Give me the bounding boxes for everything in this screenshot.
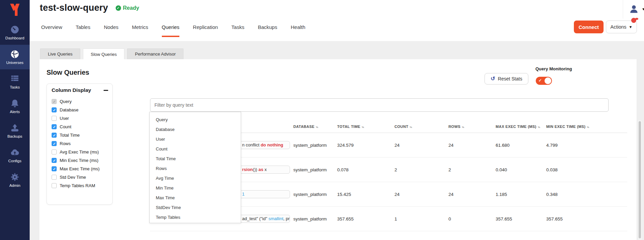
- cell-min: 0.348: [546, 192, 627, 197]
- column-checkbox-user[interactable]: User: [52, 114, 109, 123]
- cell-total_time: 15.425: [337, 192, 394, 197]
- dropdown-item-min-time[interactable]: Min Time: [150, 183, 241, 193]
- dropdown-item-rows[interactable]: Rows: [150, 164, 241, 173]
- sidebar-item-backups[interactable]: Backups: [0, 118, 30, 143]
- checkbox-icon[interactable]: [52, 183, 57, 188]
- cell-max: 61.680: [496, 143, 546, 148]
- column-checkbox-temp-tables-ram[interactable]: Temp Tables RAM: [52, 181, 109, 190]
- sort-arrows-icon[interactable]: ▾▴: [538, 126, 540, 129]
- subtab-slow-queries[interactable]: Slow Queries: [83, 48, 124, 60]
- reset-icon: ↺: [491, 76, 495, 81]
- sidebar-item-label: Alerts: [10, 110, 20, 114]
- sidebar-item-admin[interactable]: Admin: [0, 168, 30, 192]
- checkbox-icon[interactable]: [52, 175, 57, 180]
- tab-replication[interactable]: Replication: [193, 24, 218, 37]
- column-checkbox-total-time[interactable]: Total Time: [52, 131, 109, 139]
- sort-arrows-icon[interactable]: ▾▴: [462, 126, 464, 129]
- dropdown-item-query[interactable]: Query: [150, 115, 241, 125]
- tab-backups[interactable]: Backups: [258, 24, 277, 37]
- dropdown-item-stddev-time[interactable]: StdDev Time: [150, 203, 241, 212]
- cell-min: 0.038: [546, 167, 627, 172]
- column-checkbox-count[interactable]: Count: [52, 123, 109, 131]
- chevron-down-icon: ▼: [629, 25, 633, 29]
- queries-page: Live QueriesSlow QueriesPerformance Advi…: [30, 41, 644, 240]
- sidebar-item-alerts[interactable]: Alerts: [0, 94, 30, 118]
- checkbox-icon[interactable]: [52, 158, 57, 163]
- tab-tables[interactable]: Tables: [76, 24, 90, 37]
- sidebar-item-configs[interactable]: Configs: [0, 143, 30, 168]
- actions-notification-dot: [631, 18, 636, 23]
- query-monitoring-toggle[interactable]: ✓: [536, 77, 552, 85]
- checkbox-label: Max Exec Time (ms): [60, 166, 99, 171]
- checkbox-label: Database: [60, 107, 79, 112]
- column-header-max-exec-time-ms-[interactable]: MAX EXEC TIME (MS)▾▴: [496, 125, 546, 129]
- tab-overview[interactable]: Overview: [41, 24, 62, 37]
- bell-icon: [10, 99, 19, 108]
- column-checkbox-std-dev-time[interactable]: Std Dev Time: [52, 173, 109, 181]
- dropdown-item-max-time[interactable]: Max Time: [150, 193, 241, 203]
- sidebar-item-dashboard[interactable]: Dashboard: [0, 20, 30, 45]
- cell-rows: 24: [448, 192, 496, 197]
- checkbox-label: Min Exec Time (ms): [60, 158, 98, 163]
- column-header-count[interactable]: COUNT▾▴: [394, 125, 448, 129]
- connect-button[interactable]: Connect: [574, 21, 604, 33]
- subtab-live-queries[interactable]: Live Queries: [40, 48, 80, 59]
- column-checkbox-rows[interactable]: Rows: [52, 139, 109, 148]
- tab-metrics[interactable]: Metrics: [132, 24, 148, 37]
- tab-tasks[interactable]: Tasks: [231, 24, 244, 37]
- checkbox-label: User: [60, 116, 69, 121]
- dropdown-item-database[interactable]: Database: [150, 125, 241, 134]
- list-icon: [10, 74, 19, 83]
- checkbox-label: Count: [60, 124, 71, 129]
- reset-stats-button[interactable]: ↺ Reset Stats: [485, 73, 528, 84]
- cell-rows: 2: [448, 167, 496, 172]
- user-menu[interactable]: ▼: [629, 4, 644, 14]
- gauge-icon: [10, 25, 19, 34]
- tab-queries[interactable]: Queries: [162, 24, 180, 37]
- sidebar-item-label: Universes: [6, 61, 23, 65]
- dropdown-item-count[interactable]: Count: [150, 144, 241, 154]
- scrollbar-thumb[interactable]: [639, 121, 641, 238]
- checkbox-icon[interactable]: [52, 107, 57, 112]
- checkbox-icon[interactable]: [52, 149, 57, 155]
- column-checkbox-database[interactable]: Database: [52, 106, 109, 114]
- ready-check-icon: ✓: [116, 5, 121, 11]
- sort-arrows-icon[interactable]: ▾▴: [316, 126, 318, 129]
- page-title: Slow Queries: [47, 69, 89, 76]
- sort-arrows-icon[interactable]: ▾▴: [410, 126, 412, 129]
- column-header-database[interactable]: DATABASE▾▴: [293, 125, 337, 129]
- subtab-performance-advisor[interactable]: Performance Advisor: [127, 48, 183, 59]
- checkbox-icon[interactable]: [52, 166, 57, 171]
- checkbox-icon[interactable]: [52, 124, 57, 129]
- cloud-up-icon: [10, 148, 19, 157]
- column-checkbox-avg-exec-time-ms-[interactable]: Avg Exec Time (ms): [52, 148, 109, 156]
- header-divider: [623, 0, 623, 19]
- yugabyte-logo-icon[interactable]: [0, 2, 30, 18]
- dropdown-item-total-time[interactable]: Total Time: [150, 154, 241, 164]
- tab-health[interactable]: Health: [291, 24, 305, 37]
- column-checkbox-max-exec-time-ms-[interactable]: Max Exec Time (ms): [52, 165, 109, 173]
- checkbox-icon[interactable]: [52, 141, 57, 146]
- query-subtabs: Live QueriesSlow QueriesPerformance Advi…: [30, 48, 186, 59]
- dropdown-item-user[interactable]: User: [150, 134, 241, 144]
- collapse-icon[interactable]: [104, 90, 108, 91]
- dropdown-item-avg-time[interactable]: Avg Time: [150, 173, 241, 183]
- column-header-rows[interactable]: ROWS▾▴: [448, 125, 496, 129]
- column-checkbox-min-exec-time-ms-[interactable]: Min Exec Time (ms): [52, 156, 109, 165]
- sort-arrows-icon[interactable]: ▾▴: [362, 126, 364, 129]
- scrollbar-track[interactable]: [638, 121, 642, 240]
- dropdown-item-temp-tables[interactable]: Temp Tables: [150, 212, 241, 222]
- sidebar-item-universes[interactable]: Universes: [0, 45, 30, 69]
- tab-nodes[interactable]: Nodes: [104, 24, 118, 37]
- column-header-min-exec-time-ms-[interactable]: MIN EXEC TIME (MS)▾▴: [546, 125, 627, 129]
- query-monitoring-label: Query Monitoring: [535, 66, 572, 71]
- sort-arrows-icon[interactable]: ▾▴: [587, 126, 589, 129]
- cell-database: system_platform: [293, 167, 337, 172]
- query-filter-input[interactable]: [150, 98, 609, 112]
- checkbox-icon[interactable]: [52, 116, 57, 121]
- checkbox-icon[interactable]: [52, 133, 57, 138]
- cell-total_time: 357.655: [337, 216, 394, 221]
- sidebar-item-tasks[interactable]: Tasks: [0, 69, 30, 94]
- column-header-total-time[interactable]: TOTAL TIME▾▴: [337, 125, 394, 129]
- cell-database: system_platform: [293, 143, 337, 148]
